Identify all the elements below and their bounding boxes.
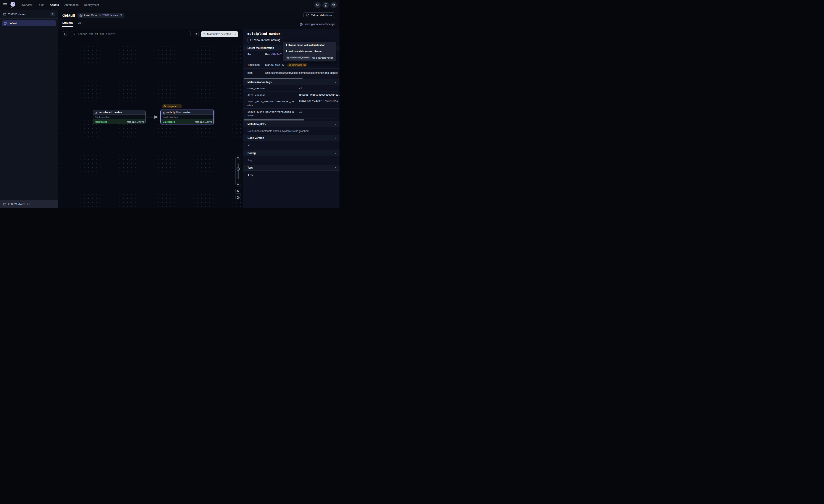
nav-item-runs[interactable]: Runs [38, 3, 44, 6]
lineage-canvas[interactable]: Materialize selected ▼ [58, 29, 243, 208]
view-global-asset-lineage-link[interactable]: View global asset lineage [300, 23, 335, 26]
chip-repo-link[interactable]: 250321-dvers [102, 14, 118, 17]
tag-value: f6ccba1776380941e9cd1ea66481d [297, 92, 339, 98]
popup-detail-row: versioned_number has a new data version [283, 54, 336, 61]
asset-group-chip[interactable]: Asset Group in 250321-dvers [78, 13, 124, 18]
nav-item-automation[interactable]: Automation [64, 3, 79, 6]
zoom-slider-thumb[interactable] [237, 167, 240, 171]
tag-row: input_event_pointer/versioned_number 11 [243, 109, 339, 119]
search-button[interactable] [314, 2, 321, 8]
horizontal-scroll-zone [243, 119, 339, 121]
popup-title: 1 change since last materialization [283, 42, 336, 48]
zoom-in-button[interactable] [235, 156, 241, 161]
download-graph-button[interactable] [235, 195, 241, 200]
help-button[interactable]: ? [322, 2, 329, 8]
catalog-button-label: View in Asset Catalog [254, 38, 280, 41]
tag-row: code_version v1 [243, 85, 339, 92]
zoom-slider-track[interactable] [238, 163, 239, 179]
zoom-out-icon [237, 182, 240, 185]
external-link-icon [250, 39, 253, 41]
reload-definitions-label: Reload definitions [311, 14, 332, 17]
zoom-control [235, 155, 241, 187]
view-in-asset-catalog-button[interactable]: View in Asset Catalog [247, 37, 283, 43]
zoom-in-icon [237, 157, 240, 160]
reload-definitions-button[interactable]: Reload definitions [303, 12, 335, 18]
run-id-link[interactable]: a5347ef7 [271, 53, 282, 56]
tag-key: code_version [243, 85, 297, 92]
sidebar-group-count-badge: 1 [50, 12, 55, 16]
lineage-graph-icon [300, 23, 303, 26]
hamburger-menu-icon[interactable] [3, 3, 7, 6]
path-link[interactable]: /Users/smackesey/stm/code/elementl/exper… [265, 72, 338, 75]
nav-item-assets[interactable]: Assets [50, 3, 59, 6]
app-window: Overview Runs Assets Automation Deployme… [0, 0, 339, 208]
asset-node-name: versioned_number [99, 111, 122, 114]
type-value: Any [243, 171, 339, 180]
asset-node-status: Materialized [163, 120, 175, 123]
versioned-number-chip[interactable]: versioned_number [286, 55, 311, 60]
popup-subtitle: 1 upstream data version change [283, 48, 336, 54]
page-header: default Asset Group in 250321-dvers [58, 10, 339, 18]
tag-value: v1 [297, 85, 339, 92]
tag-key: input_data_version/versioned_number [243, 98, 297, 108]
asset-node-versioned-number[interactable]: versioned_number No description Material… [93, 110, 146, 124]
caret-down-icon[interactable]: ▼ [335, 167, 336, 169]
table-icon [163, 111, 165, 114]
search-icon [316, 3, 319, 7]
timestamp-row-label: Timestamp [243, 64, 263, 67]
asset-node-multiplied-number[interactable]: multiplied_number No description Materia… [161, 110, 214, 124]
lineage-edge [58, 29, 243, 208]
section-heading: Code Version [247, 136, 264, 139]
sidebar-item-label: default [9, 22, 17, 25]
caret-down-icon[interactable]: ▼ [335, 137, 336, 139]
unsynced-badge[interactable]: Unsynced (1) [287, 63, 307, 67]
refresh-icon[interactable] [27, 203, 30, 206]
tag-value: 11 [297, 109, 339, 119]
folder-icon [3, 13, 6, 16]
caret-down-icon[interactable]: ▼ [335, 152, 336, 154]
zoom-out-button[interactable] [235, 181, 241, 187]
section-materialization-tags[interactable]: Materialization tags ▼ [243, 79, 339, 85]
path-row-label: path [243, 69, 263, 77]
caret-down-icon[interactable]: ▼ [335, 81, 336, 83]
change-summary-popup: 1 change since last materialization 1 up… [283, 42, 336, 61]
asset-node-timestamp: Mar 21, 5:12 PM [195, 120, 212, 123]
help-icon: ? [324, 3, 327, 7]
section-heading: Materialization tags [247, 81, 272, 84]
section-code-version[interactable]: Code Version ▼ [243, 135, 339, 141]
download-icon [237, 196, 240, 199]
asset-node-status: Materialized [95, 120, 107, 123]
unsynced-badge[interactable]: Unsynced (1) [162, 104, 182, 108]
run-row-label: Run [243, 51, 263, 61]
section-type[interactable]: Type ▼ [243, 165, 339, 171]
nav-item-deployment[interactable]: Deployment [84, 3, 99, 6]
sidebar-group-250321-dvers[interactable]: 250321-dvers 1 [0, 10, 58, 19]
cube-reload-icon [306, 14, 309, 17]
tag-key: input_event_pointer/versioned_number [243, 109, 297, 119]
asset-group-icon [80, 14, 83, 17]
tab-lineage[interactable]: Lineage [62, 21, 73, 27]
path-row: path /Users/smackesey/stm/code/elementl/… [243, 69, 339, 77]
section-config[interactable]: Config ▼ [243, 150, 339, 156]
section-heading: Type [247, 166, 253, 169]
horizontal-scrollbar[interactable] [243, 78, 303, 79]
horizontal-scrollbar[interactable] [243, 119, 304, 120]
tab-list[interactable]: List [78, 21, 82, 27]
settings-button[interactable]: ⚙ [330, 2, 337, 8]
unsynced-badge-label: Unsynced (1) [292, 64, 306, 66]
top-nav: Overview Runs Assets Automation Deployme… [0, 0, 339, 10]
page-title: default [62, 13, 75, 18]
zoom-slider[interactable] [235, 161, 241, 181]
refresh-icon[interactable] [119, 14, 122, 17]
sync-status-icon [289, 64, 291, 66]
graph-settings-button[interactable]: ⚙ [235, 188, 241, 194]
nav-item-overview[interactable]: Overview [21, 3, 32, 6]
caret-down-icon[interactable]: ▼ [335, 123, 336, 125]
dagster-logo[interactable] [9, 1, 17, 9]
section-metadata-plots[interactable]: Metadata plots ▼ [243, 121, 339, 127]
asset-node-timestamp: Mar 21, 5:19 PM [127, 120, 144, 123]
gear-icon: ⚙ [237, 189, 240, 192]
tag-row: data_version f6ccba1776380941e9cd1ea6648… [243, 92, 339, 98]
sidebar-item-default[interactable]: default [2, 20, 56, 26]
metadata-plots-empty-text: No numeric metadata entries available to… [243, 127, 339, 135]
